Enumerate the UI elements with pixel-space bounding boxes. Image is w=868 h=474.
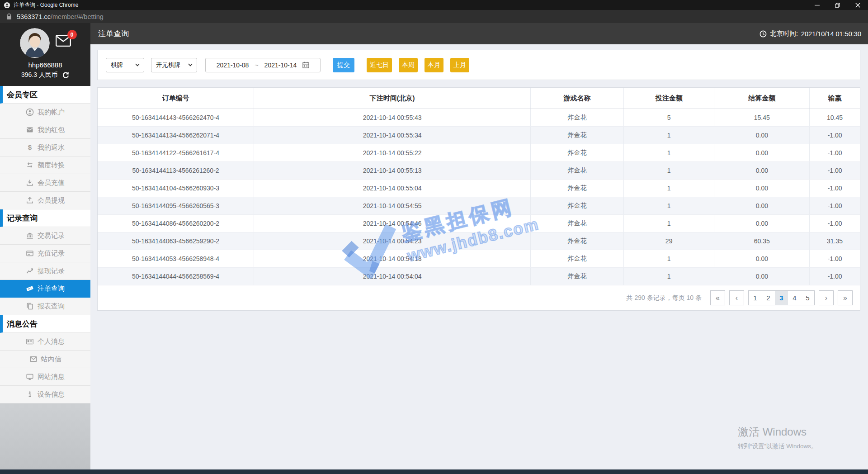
- cell-win-loss: 10.45: [810, 109, 860, 127]
- activate-windows-watermark: 激活 Windows 转到“设置”以激活 Windows。: [738, 425, 817, 450]
- table-header: 订单编号下注时间(北京)游戏名称投注金额结算金额输赢: [98, 88, 860, 109]
- sidebar-item-site-mail[interactable]: 站内信: [0, 351, 90, 368]
- cell-settle-amount: 0.00: [714, 180, 810, 197]
- table-row: 50-1634144143-4566262470-42021-10-14 00:…: [98, 109, 860, 127]
- refresh-balance-icon[interactable]: [62, 71, 69, 79]
- category-select[interactable]: 棋牌: [106, 58, 144, 72]
- sidebar-item-label: 会员提现: [38, 196, 65, 205]
- red-packet-icon: [26, 126, 34, 134]
- table-row: 50-1634144122-4566261617-42021-10-14 00:…: [98, 144, 860, 162]
- sidebar-item-report-query[interactable]: 报表查询: [0, 298, 90, 315]
- url-path: /member/#/betting: [51, 13, 104, 20]
- lock-icon: [6, 13, 12, 20]
- cell-bet-amount: 29: [623, 232, 714, 250]
- messages-button[interactable]: 0: [56, 35, 71, 48]
- cell-settle-amount: 0.00: [714, 144, 810, 162]
- section-title: 消息公告: [7, 319, 38, 329]
- sidebar-item-label: 我的帐户: [38, 108, 65, 117]
- sidebar-item-my-account[interactable]: 我的帐户: [0, 104, 90, 121]
- activate-line2: 转到“设置”以激活 Windows。: [738, 442, 817, 450]
- table-row: 50-1634144113-4566261260-22021-10-14 00:…: [98, 162, 860, 180]
- provider-select[interactable]: 开元棋牌: [151, 58, 197, 72]
- cell-bet-amount: 1: [623, 180, 714, 197]
- avatar[interactable]: [20, 28, 50, 58]
- mail-icon: [29, 355, 38, 363]
- sidebar-item-member-withdraw[interactable]: 会员提现: [0, 192, 90, 209]
- submit-button[interactable]: 提交: [333, 58, 354, 72]
- table-row: 50-1634144104-4566260930-32021-10-14 00:…: [98, 180, 860, 197]
- page-number-group: 12345: [748, 290, 815, 305]
- sidebar-item-label: 报表查询: [38, 302, 65, 311]
- url-host: 5363371.cc: [17, 13, 51, 20]
- cell-settle-amount: 0.00: [714, 268, 810, 285]
- first-page-button[interactable]: «: [710, 290, 725, 305]
- page-button-5[interactable]: 5: [801, 291, 814, 305]
- sidebar-item-my-rebate[interactable]: $我的返水: [0, 139, 90, 156]
- window-controls: [807, 0, 868, 10]
- next-page-button[interactable]: ›: [819, 290, 834, 305]
- quick-range-this-week-button[interactable]: 本周: [399, 58, 418, 72]
- sidebar-item-personal-messages[interactable]: 个人消息: [0, 333, 90, 351]
- last-page-button[interactable]: »: [838, 290, 853, 305]
- browser-window: 注单查询 - Google Chrome 5363371.cc/member/#…: [0, 0, 868, 474]
- cell-order-id: 50-1634144053-4566258948-4: [98, 250, 254, 268]
- column-header-bet-amount: 投注金额: [623, 88, 714, 109]
- sidebar-item-transaction-records[interactable]: 交易记录: [0, 227, 90, 245]
- cell-settle-amount: 0.00: [714, 127, 810, 144]
- sidebar-item-member-deposit[interactable]: 会员充值: [0, 174, 90, 192]
- card-icon: [26, 249, 34, 257]
- sidebar-item-my-red-packet[interactable]: 我的红包: [0, 121, 90, 139]
- date-range-input[interactable]: 2021-10-08 ~ 2021-10-14: [205, 58, 321, 72]
- column-header-settle-amount: 结算金额: [714, 88, 810, 109]
- sidebar-item-label: 我的红包: [38, 126, 65, 134]
- close-button[interactable]: [848, 0, 868, 10]
- cell-bet-time: 2021-10-14 00:55:43: [254, 109, 531, 127]
- info-icon: [26, 390, 34, 398]
- page-button-2[interactable]: 2: [762, 291, 775, 305]
- address-bar[interactable]: 5363371.cc/member/#/betting: [0, 10, 868, 23]
- cell-bet-time: 2021-10-14 00:54:13: [254, 250, 531, 268]
- sidebar-item-device-info[interactable]: 设备信息: [0, 386, 90, 403]
- pagination: 共 290 条记录，每页 10 条 « ‹ 12345 › »: [98, 285, 860, 310]
- cell-order-id: 50-1634144095-4566260565-3: [98, 197, 254, 215]
- sidebar-item-label: 我的返水: [38, 143, 65, 152]
- quick-range-last-month-button[interactable]: 上月: [450, 58, 469, 72]
- sidebar-item-bet-query[interactable]: 注单查询: [0, 280, 90, 298]
- user-panel: 0 hhp666888 396.3 人民币: [0, 23, 90, 86]
- cell-order-id: 50-1634144086-4566260200-2: [98, 215, 254, 232]
- date-from-value: 2021-10-08: [217, 62, 249, 69]
- bottom-bar: [0, 469, 868, 474]
- table-row: 50-1634144095-4566260565-32021-10-14 00:…: [98, 197, 860, 215]
- column-header-order-id: 订单编号: [98, 88, 254, 109]
- sidebar-item-site-messages[interactable]: 网站消息: [0, 368, 90, 386]
- cell-order-id: 50-1634144044-4566258569-4: [98, 268, 254, 285]
- minimize-button[interactable]: [807, 0, 827, 10]
- cell-game-name: 炸金花: [531, 250, 624, 268]
- window-title: 注单查询 - Google Chrome: [14, 1, 78, 9]
- quick-range-this-month-button[interactable]: 本月: [425, 58, 443, 72]
- page-button-3[interactable]: 3: [775, 291, 788, 305]
- cell-bet-amount: 1: [623, 144, 714, 162]
- quick-range-buttons: 近七日本周本月上月: [367, 58, 469, 72]
- page-button-1[interactable]: 1: [749, 291, 762, 305]
- user-icon: [26, 108, 34, 116]
- url-text: 5363371.cc/member/#/betting: [17, 13, 104, 20]
- sidebar-item-deposit-records[interactable]: 充值记录: [0, 245, 90, 262]
- restore-button[interactable]: [827, 0, 848, 10]
- provider-select-value: 开元棋牌: [156, 61, 180, 69]
- sidebar: 0 hhp666888 396.3 人民币 会员专区我的帐户我的红包$我的返水额…: [0, 23, 90, 469]
- sidebar-item-withdraw-records[interactable]: 提现记录: [0, 262, 90, 280]
- sidebar-item-quota-transfer[interactable]: 额度转换: [0, 156, 90, 174]
- sidebar-section-member-zone: 会员专区: [0, 86, 90, 104]
- page-button-4[interactable]: 4: [788, 291, 801, 305]
- filter-panel: 棋牌 开元棋牌 2021-10-08 ~ 2021-10-14: [97, 50, 860, 80]
- beijing-time-value: 2021/10/14 01:50:30: [801, 30, 861, 38]
- quick-range-last-7-days-button[interactable]: 近七日: [367, 58, 392, 72]
- cell-settle-amount: 0.00: [714, 250, 810, 268]
- sidebar-item-label: 个人消息: [38, 337, 65, 346]
- cell-game-name: 炸金花: [531, 127, 624, 144]
- prev-page-button[interactable]: ‹: [729, 290, 744, 305]
- sidebar-item-label: 注单查询: [38, 284, 65, 293]
- chevron-down-icon: [188, 63, 193, 66]
- cell-bet-amount: 1: [623, 268, 714, 285]
